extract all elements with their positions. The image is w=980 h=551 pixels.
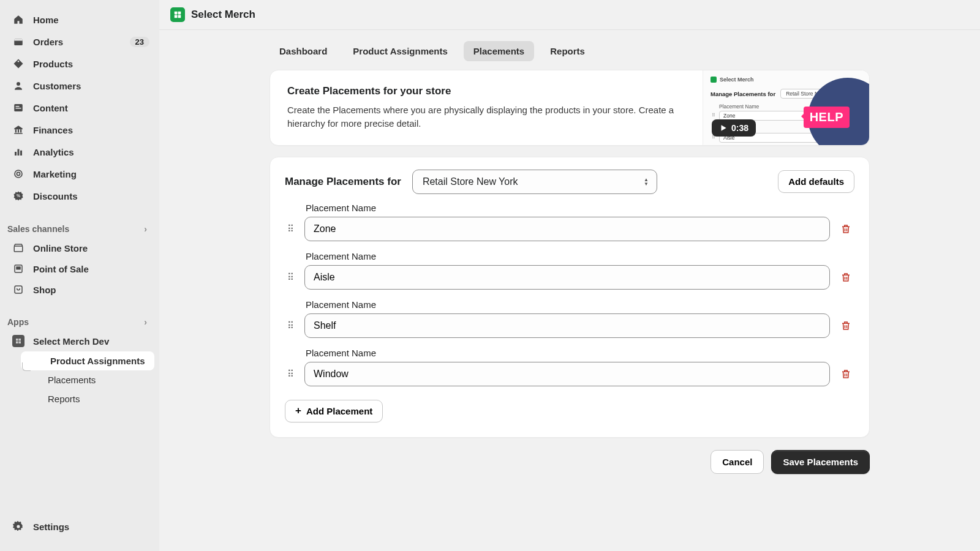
svg-text:%: % bbox=[17, 193, 20, 198]
svg-rect-24 bbox=[19, 342, 21, 344]
delete-button[interactable] bbox=[837, 220, 854, 238]
apps-list: Select Merch Dev Product Assignments Pla… bbox=[0, 331, 159, 408]
store-icon bbox=[12, 242, 24, 254]
store-select[interactable]: Retail Store New York ▲▼ bbox=[412, 170, 657, 194]
sales-channels-list: Online Store Point of Sale Shop bbox=[0, 238, 159, 300]
add-placement-button[interactable]: + Add Placement bbox=[285, 400, 383, 422]
svg-rect-8 bbox=[18, 129, 19, 132]
nav-label: Marketing bbox=[33, 169, 77, 179]
placement-block: Placement Name ⠿ bbox=[285, 299, 854, 338]
svg-rect-13 bbox=[20, 151, 22, 156]
drag-handle-icon[interactable]: ⠿ bbox=[285, 227, 297, 230]
drag-handle-icon[interactable]: ⠿ bbox=[285, 324, 297, 327]
svg-rect-6 bbox=[16, 108, 21, 109]
add-defaults-button[interactable]: Add defaults bbox=[778, 170, 854, 193]
svg-rect-26 bbox=[178, 12, 181, 15]
delete-button[interactable] bbox=[837, 317, 854, 334]
pos-icon bbox=[12, 263, 24, 275]
placement-block: Placement Name ⠿ bbox=[285, 348, 854, 386]
nav-products[interactable]: Products bbox=[5, 53, 154, 75]
sales-channels-header[interactable]: Sales channels › bbox=[0, 218, 159, 238]
nav-settings[interactable]: Settings bbox=[5, 515, 154, 538]
content: Dashboard Product Assignments Placements… bbox=[159, 30, 980, 551]
sidebar: Home Orders 23 Products Customers Conten… bbox=[0, 0, 159, 551]
placement-input[interactable] bbox=[304, 265, 830, 290]
svg-rect-11 bbox=[15, 152, 17, 156]
nav-discounts[interactable]: % Discounts bbox=[5, 185, 154, 207]
help-flag: HELP bbox=[804, 107, 850, 128]
drag-handle-icon[interactable]: ⠿ bbox=[285, 276, 297, 279]
analytics-icon bbox=[12, 146, 24, 158]
subnav-reports[interactable]: Reports bbox=[18, 389, 154, 408]
nav-orders[interactable]: Orders 23 bbox=[5, 31, 154, 53]
nav-marketing[interactable]: Marketing bbox=[5, 163, 154, 185]
nav-content[interactable]: Content bbox=[5, 97, 154, 119]
tree-branch-icon bbox=[22, 362, 31, 371]
channel-shop[interactable]: Shop bbox=[5, 279, 154, 300]
person-icon bbox=[12, 80, 24, 92]
cancel-button[interactable]: Cancel bbox=[710, 450, 764, 474]
tab-dashboard[interactable]: Dashboard bbox=[270, 41, 337, 61]
placement-input[interactable] bbox=[304, 313, 830, 338]
primary-nav: Home Orders 23 Products Customers Conten… bbox=[0, 9, 159, 207]
drag-handle-icon[interactable]: ⠿ bbox=[285, 372, 297, 375]
nav-label: Finances bbox=[33, 125, 73, 135]
delete-button[interactable] bbox=[837, 365, 854, 383]
target-icon bbox=[12, 168, 24, 180]
save-placements-button[interactable]: Save Placements bbox=[771, 450, 870, 474]
placements-card: Manage Placements for Retail Store New Y… bbox=[270, 157, 870, 438]
manage-row: Manage Placements for Retail Store New Y… bbox=[285, 170, 854, 194]
play-icon bbox=[719, 124, 728, 132]
tab-reports[interactable]: Reports bbox=[540, 41, 595, 61]
app-select-merch-dev[interactable]: Select Merch Dev bbox=[5, 331, 154, 351]
svg-rect-1 bbox=[14, 39, 23, 41]
nav-home[interactable]: Home bbox=[5, 9, 154, 31]
bank-icon bbox=[12, 124, 24, 136]
video-duration: 0:38 bbox=[712, 119, 756, 137]
channel-online-store[interactable]: Online Store bbox=[5, 238, 154, 258]
trash-icon bbox=[840, 223, 851, 234]
info-body: Create the Placements where you are phys… bbox=[287, 103, 685, 130]
channel-pos[interactable]: Point of Sale bbox=[5, 258, 154, 279]
discount-icon: % bbox=[12, 190, 24, 202]
placement-block: Placement Name ⠿ bbox=[285, 203, 854, 241]
nav-label: Orders bbox=[33, 37, 63, 47]
svg-point-14 bbox=[15, 170, 22, 178]
info-heading: Create Placements for your store bbox=[287, 85, 685, 97]
delete-button[interactable] bbox=[837, 269, 854, 286]
nav-analytics[interactable]: Analytics bbox=[5, 141, 154, 163]
app-logo-icon bbox=[170, 7, 185, 22]
tabs: Dashboard Product Assignments Placements… bbox=[159, 30, 980, 70]
svg-rect-19 bbox=[17, 267, 20, 269]
app-title: Select Merch bbox=[191, 9, 255, 21]
subnav-placements[interactable]: Placements bbox=[18, 370, 154, 389]
placement-list: Placement Name ⠿ Placement Name ⠿ bbox=[285, 203, 854, 386]
content-icon bbox=[12, 102, 24, 114]
trash-icon bbox=[840, 272, 851, 283]
nav-customers[interactable]: Customers bbox=[5, 75, 154, 97]
shop-icon bbox=[12, 283, 24, 296]
app-header: Select Merch bbox=[159, 0, 980, 30]
tag-icon bbox=[12, 58, 24, 70]
placement-input[interactable] bbox=[304, 217, 830, 241]
main: Select Merch Dashboard Product Assignmen… bbox=[159, 0, 980, 551]
info-card: Create Placements for your store Create … bbox=[270, 70, 870, 146]
tab-placements[interactable]: Placements bbox=[464, 41, 534, 61]
svg-rect-5 bbox=[16, 106, 20, 107]
tab-product-assignments[interactable]: Product Assignments bbox=[343, 41, 457, 61]
placement-input[interactable] bbox=[304, 362, 830, 386]
chevron-right-icon: › bbox=[144, 224, 147, 234]
svg-rect-21 bbox=[16, 339, 18, 341]
nav-label: Content bbox=[33, 103, 68, 113]
subnav-product-assignments[interactable]: Product Assignments bbox=[21, 351, 154, 370]
home-icon bbox=[12, 13, 24, 26]
svg-rect-23 bbox=[16, 342, 18, 344]
trash-icon bbox=[840, 369, 851, 380]
mini-logo-icon bbox=[710, 77, 717, 83]
nav-finances[interactable]: Finances bbox=[5, 119, 154, 141]
manage-heading: Manage Placements for bbox=[285, 176, 401, 188]
nav-label: Home bbox=[33, 15, 59, 25]
chevron-right-icon: › bbox=[144, 317, 147, 327]
video-thumbnail[interactable]: Select Merch Manage Placements for Retai… bbox=[703, 70, 869, 145]
apps-header[interactable]: Apps › bbox=[0, 311, 159, 331]
